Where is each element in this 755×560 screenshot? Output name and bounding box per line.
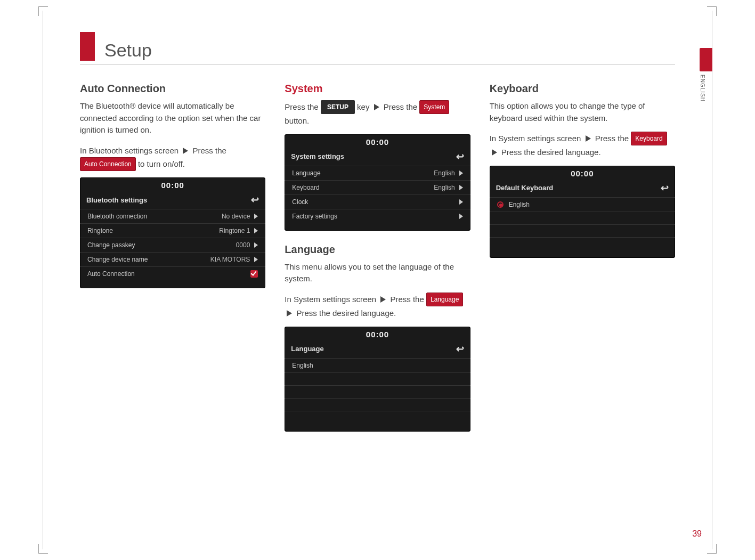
heading-system: System <box>285 83 470 95</box>
step-language: In System settings screen Press the Lang… <box>285 293 470 320</box>
row-label: English <box>292 362 313 369</box>
chevron-right-icon <box>459 199 463 205</box>
list-item <box>490 212 675 225</box>
row-label: Language <box>292 169 320 177</box>
side-language-label: ENGLISH <box>700 75 705 102</box>
chevron-right-icon <box>254 228 258 233</box>
list-item[interactable]: English <box>285 359 470 373</box>
hardware-key-label: SETUP <box>321 100 355 114</box>
ui-button-label: System <box>419 100 449 114</box>
triangle-icon <box>374 104 379 110</box>
step-auto-connection: In Bluetooth settings screen Press the A… <box>80 144 265 172</box>
step-text: In Bluetooth settings screen <box>80 146 178 155</box>
list-item[interactable]: Language English <box>285 166 470 181</box>
list-item[interactable]: Auto Connection <box>80 267 265 281</box>
step-text: button. <box>285 116 309 125</box>
step-text: Press the <box>595 134 629 143</box>
step-text: In System settings screen <box>490 134 581 143</box>
heading-keyboard: Keyboard <box>490 83 675 95</box>
step-text: Press the desired language. <box>297 309 396 318</box>
device-bluetooth-settings: 00:00 Bluetooth settings ↩ Bluetooth con… <box>80 177 265 288</box>
row-label: Keyboard <box>292 184 319 191</box>
side-tab: ENGLISH <box>700 48 712 102</box>
side-accent <box>700 48 712 71</box>
row-label: Ringtone <box>87 227 113 234</box>
step-text: to turn on/off. <box>138 159 185 168</box>
row-value: English <box>434 184 454 191</box>
checkbox-checked-icon[interactable] <box>250 270 258 278</box>
list-item <box>285 386 470 399</box>
list-item[interactable]: English <box>490 198 675 212</box>
chevron-right-icon <box>254 242 258 248</box>
ui-button-label: Keyboard <box>631 132 667 145</box>
chevron-right-icon <box>459 185 463 190</box>
list-item <box>285 399 470 411</box>
back-icon[interactable]: ↩ <box>456 343 464 355</box>
device-panel-title: Language <box>291 345 323 353</box>
row-label: English <box>509 201 530 208</box>
step-text: Press the desired language. <box>501 148 601 157</box>
back-icon[interactable]: ↩ <box>251 194 259 206</box>
list-item[interactable]: Bluetooth connection No device <box>80 209 265 224</box>
device-panel-header: Default Keyboard ↩ <box>490 180 675 198</box>
list-item[interactable]: Change passkey 0000 <box>80 238 265 253</box>
row-value: 0000 <box>236 241 250 249</box>
list-item <box>490 225 675 238</box>
device-language: 00:00 Language ↩ English <box>285 327 470 432</box>
list-item[interactable]: Ringtone Ringtone 1 <box>80 224 265 238</box>
step-text: key <box>357 102 369 111</box>
row-value: KIA MOTORS <box>210 256 250 263</box>
row-value: English <box>434 169 454 177</box>
text-keyboard-desc: This option allows you to change the typ… <box>490 100 675 124</box>
list-item[interactable]: Factory settings <box>285 209 470 223</box>
step-keyboard: In System settings screen Press the Keyb… <box>490 132 675 159</box>
row-value: Ringtone 1 <box>219 227 250 234</box>
list-item[interactable]: Change device name KIA MOTORS <box>80 253 265 267</box>
device-system-settings: 00:00 System settings ↩ Language English… <box>285 134 470 231</box>
triangle-icon <box>492 149 497 156</box>
triangle-icon <box>586 135 591 142</box>
device-time: 00:00 <box>490 166 675 180</box>
radio-selected-icon[interactable] <box>497 201 504 208</box>
list-item[interactable]: Clock <box>285 195 470 209</box>
step-text: Press the <box>192 146 226 155</box>
device-default-keyboard: 00:00 Default Keyboard ↩ English <box>490 166 675 258</box>
device-time: 00:00 <box>80 177 265 192</box>
ui-button-label: Language <box>426 293 463 306</box>
back-icon[interactable]: ↩ <box>661 182 669 194</box>
chevron-right-icon <box>254 214 258 219</box>
device-panel-title: Default Keyboard <box>496 184 554 192</box>
row-label: Clock <box>292 198 308 206</box>
list-item <box>285 411 470 424</box>
column-keyboard: Keyboard This option allows you to chang… <box>490 79 675 444</box>
row-label: Change device name <box>87 256 148 263</box>
device-panel-header: Bluetooth settings ↩ <box>80 192 265 209</box>
heading-language: Language <box>285 244 470 256</box>
triangle-icon <box>287 310 292 316</box>
column-system: System Press the SETUP key Press the Sys… <box>285 79 470 444</box>
row-label: Bluetooth connection <box>87 213 147 220</box>
list-item[interactable]: Keyboard English <box>285 181 470 195</box>
device-panel-title: Bluetooth settings <box>86 196 147 204</box>
back-icon[interactable]: ↩ <box>456 151 464 163</box>
row-label: Auto Connection <box>87 270 135 278</box>
triangle-icon <box>183 148 188 154</box>
row-label: Change passkey <box>87 241 135 249</box>
list-item <box>285 373 470 386</box>
row-label: Factory settings <box>292 213 337 220</box>
device-time: 00:00 <box>285 134 470 149</box>
page-title: Setup <box>104 40 152 61</box>
text-auto-connection-desc: The Bluetooth® device will automatically… <box>80 100 265 136</box>
page-header: Setup <box>80 32 675 64</box>
heading-auto-connection: Auto Connection <box>80 83 265 95</box>
chevron-right-icon <box>254 257 258 262</box>
chevron-right-icon <box>459 214 463 219</box>
list-item <box>490 238 675 250</box>
step-text: In System settings screen <box>285 295 376 304</box>
page-number: 39 <box>692 529 702 539</box>
step-text: Press the <box>285 102 318 111</box>
ui-button-label: Auto Connection <box>80 157 136 171</box>
device-time: 00:00 <box>285 327 470 341</box>
header-accent <box>80 32 95 61</box>
device-panel-header: System settings ↩ <box>285 149 470 166</box>
